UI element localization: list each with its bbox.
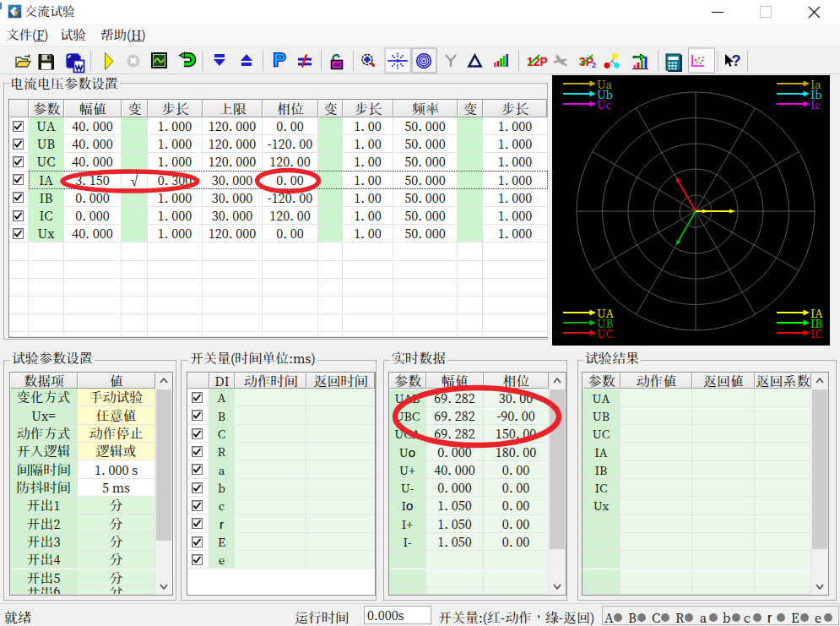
svg-text:UC: UC: [597, 326, 614, 340]
svg-text:IC: IC: [810, 326, 823, 340]
svg-text:2: 2: [592, 61, 596, 69]
svg-text:Ic: Ic: [810, 97, 821, 112]
svg-text:?: ?: [732, 52, 741, 69]
svg-text:Uc: Uc: [597, 97, 612, 112]
